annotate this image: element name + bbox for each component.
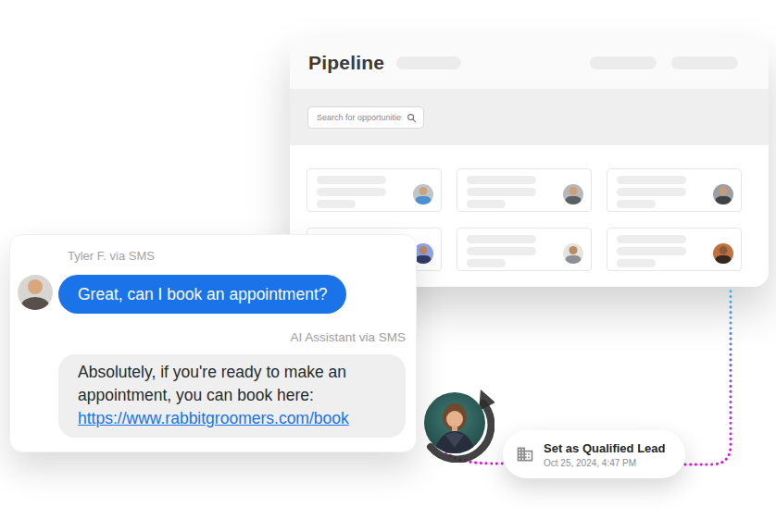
placeholder-bar: [467, 200, 506, 208]
opportunity-card[interactable]: [607, 168, 742, 212]
contact-avatar: [563, 243, 583, 264]
automation-action-card: Set as Qualified Lead Oct 25, 2024, 4:47…: [503, 430, 685, 478]
contact-avatar: [713, 184, 733, 204]
booking-link[interactable]: https://www.rabbitgroomers.com/book: [78, 409, 349, 427]
placeholder-bar: [617, 176, 686, 184]
placeholder-bar: [617, 200, 656, 208]
magnifier-icon: [407, 113, 417, 123]
assistant-channel-label: AI Assistant via SMS: [290, 330, 406, 344]
marketing-composite: Pipeline: [0, 0, 776, 532]
contact-channel-label: Tyler F. via SMS: [68, 249, 155, 263]
sms-conversation-card: Tyler F. via SMS Great, can I book an ap…: [9, 234, 417, 452]
pipeline-header: Pipeline: [290, 37, 769, 89]
placeholder-bar: [467, 259, 506, 267]
opportunity-card[interactable]: [307, 168, 442, 212]
placeholder-bar: [467, 176, 536, 184]
pipeline-toolbar: [290, 89, 769, 145]
placeholder-bar: [617, 247, 686, 255]
placeholder-bar: [317, 188, 386, 196]
opportunity-card[interactable]: [457, 168, 592, 212]
assistant-message-bubble: Absolutely, if you're ready to make an a…: [58, 354, 406, 438]
incoming-message-bubble: Great, can I book an appointment?: [58, 275, 346, 314]
opportunity-card[interactable]: [457, 228, 592, 271]
assistant-message-line: appointment, you can book here:: [78, 384, 386, 407]
action-timestamp: Oct 25, 2024, 4:47 PM: [544, 458, 666, 468]
contact-avatar: [413, 184, 433, 204]
action-title: Set as Qualified Lead: [544, 441, 666, 455]
action-text-block: Set as Qualified Lead Oct 25, 2024, 4:47…: [544, 441, 666, 468]
contact-avatar: [713, 243, 733, 264]
cycle-arrow-avatar: [415, 376, 494, 463]
placeholder-bar: [617, 235, 686, 243]
search-input[interactable]: [315, 112, 404, 123]
assistant-message-line: Absolutely, if you're ready to make an: [78, 361, 386, 384]
header-placeholder-pill: [671, 56, 738, 69]
placeholder-bar: [467, 235, 536, 243]
building-icon: [516, 445, 534, 464]
search-input-wrap[interactable]: [307, 106, 424, 129]
placeholder-bar: [467, 247, 536, 255]
header-placeholder-pill: [396, 56, 461, 69]
page-title: Pipeline: [308, 52, 384, 74]
placeholder-bar: [317, 176, 386, 184]
placeholder-bar: [617, 259, 656, 267]
contact-avatar: [563, 184, 583, 204]
placeholder-bar: [317, 200, 356, 208]
header-placeholder-pill: [590, 56, 657, 69]
opportunity-card[interactable]: [607, 228, 742, 271]
placeholder-bar: [467, 188, 536, 196]
contact-avatar: [18, 275, 53, 310]
placeholder-bar: [617, 188, 686, 196]
